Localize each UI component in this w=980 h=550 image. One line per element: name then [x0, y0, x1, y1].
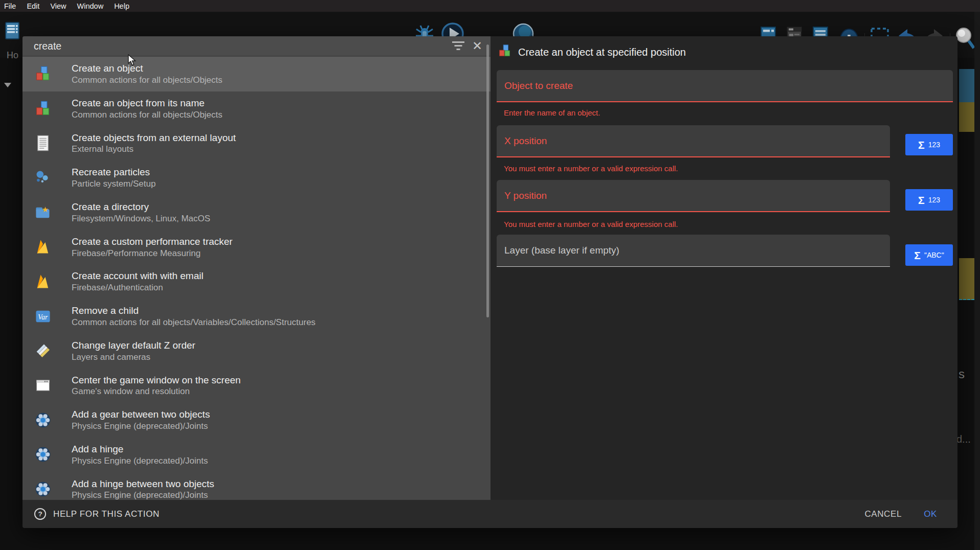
sigma-icon: Σ: [918, 140, 925, 150]
menu-item-window[interactable]: Window: [77, 2, 104, 10]
param-field-layer-base-layer-if-empty[interactable]: Layer (base layer if empty): [497, 235, 890, 267]
objects-cubes-icon: [34, 65, 52, 83]
variable-badge-icon: Var: [34, 308, 52, 325]
physics-gear-icon: [34, 480, 52, 498]
layers-icon: [34, 342, 52, 359]
expression-type-label: "ABC": [924, 251, 944, 259]
background-panel-edge: [974, 12, 980, 550]
action-list: Create an objectCommon actions for all o…: [23, 57, 491, 500]
question-circle-icon: ?: [34, 508, 47, 520]
action-list-item[interactable]: ★Create a directoryFilesystem/Windows, L…: [23, 195, 491, 230]
action-list-item[interactable]: Create a custom performance trackerFireb…: [23, 230, 491, 264]
help-label: HELP FOR THIS ACTION: [53, 509, 160, 519]
action-title: Recreate particles: [72, 166, 155, 178]
detail-header: Create an object at specified position: [498, 36, 686, 68]
detail-title: Create an object at specified position: [518, 47, 686, 58]
action-list-item[interactable]: Recreate particlesParticle system/Setup: [23, 161, 491, 195]
list-scrollbar[interactable]: [486, 44, 489, 317]
action-title: Change layer default Z order: [72, 339, 195, 352]
param-field-label: Object to create: [504, 80, 573, 91]
action-list-item[interactable]: Add a gear between two objectsPhysics En…: [23, 403, 491, 438]
firebase-flame-icon: [34, 238, 52, 256]
particles-icon: [34, 169, 52, 187]
action-subtitle: Common actions for all objects/Objects: [72, 75, 222, 85]
action-title: Create account with with email: [72, 270, 204, 282]
close-icon[interactable]: ✕: [472, 40, 482, 52]
param-field-helper-text: Enter the name of an object.: [504, 108, 600, 117]
action-title: Add a gear between two objects: [72, 408, 210, 421]
svg-text:Var: Var: [38, 313, 48, 320]
action-list-item[interactable]: VarRemove a childCommon actions for all …: [23, 299, 491, 334]
firebase-flame-icon: [34, 273, 52, 290]
param-field-object-to-create[interactable]: Object to create: [497, 70, 953, 102]
action-list-pane: create ✕ Create an objectCommon actions …: [23, 36, 491, 500]
action-subtitle: Physics Engine (deprecated)/Joints: [72, 490, 214, 500]
search-input[interactable]: create: [34, 40, 452, 52]
expression-type-label: 123: [928, 196, 940, 204]
search-bar: create ✕: [23, 36, 491, 56]
game-window-icon: [34, 377, 52, 394]
param-field-label: X position: [504, 135, 547, 147]
action-list-item[interactable]: Create an object from its nameCommon act…: [23, 91, 491, 126]
menu-bar: FileEditViewWindowHelp: [0, 0, 980, 12]
action-title: Create a custom performance tracker: [72, 236, 233, 248]
project-manager-icon[interactable]: [4, 20, 21, 43]
action-subtitle: Filesystem/Windows, Linux, MacOS: [72, 213, 210, 224]
action-list-item[interactable]: Create an objectCommon actions for all o…: [23, 57, 491, 91]
action-subtitle: Physics Engine (deprecated)/Joints: [72, 421, 210, 431]
action-title: Create an object: [72, 62, 222, 75]
chevron-down-icon[interactable]: [4, 83, 11, 87]
sigma-icon: Σ: [914, 250, 921, 261]
svg-text:★: ★: [42, 205, 49, 214]
objects-cubes-icon: [498, 44, 512, 60]
help-button[interactable]: ? HELP FOR THIS ACTION: [34, 500, 160, 528]
mouse-cursor: [128, 54, 139, 68]
objects-cubes-icon: [34, 100, 52, 118]
external-layout-document-icon: [34, 134, 52, 152]
param-field-label: Layer (base layer if empty): [504, 245, 619, 256]
ok-button[interactable]: OK: [924, 500, 937, 528]
menu-item-edit[interactable]: Edit: [27, 2, 39, 10]
action-title: Add a hinge between two objects: [72, 478, 214, 490]
action-list-item[interactable]: Change layer default Z orderLayers and c…: [23, 334, 491, 369]
background-thumbnail-olive: [959, 258, 974, 300]
action-title: Create a directory: [72, 201, 210, 213]
action-selector-dialog: create ✕ Create an objectCommon actions …: [23, 36, 957, 528]
action-subtitle: Firebase/Authentication: [72, 282, 204, 293]
action-list-item[interactable]: Center the game window on the screenGame…: [23, 368, 491, 403]
action-title: Remove a child: [72, 305, 316, 317]
physics-gear-icon: [34, 411, 52, 429]
action-subtitle: Game's window and resolution: [72, 386, 241, 397]
param-field-helper-text: You must enter a number or a valid expre…: [504, 164, 678, 173]
action-subtitle: Physics Engine (deprecated)/Joints: [72, 455, 208, 466]
action-subtitle: Firebase/Performance Measuring: [72, 248, 233, 259]
action-list-item[interactable]: Create objects from an external layoutEx…: [23, 126, 491, 161]
filter-icon[interactable]: [452, 40, 465, 52]
param-field-y-position[interactable]: Y position: [497, 180, 890, 212]
menu-item-view[interactable]: View: [50, 2, 66, 10]
cancel-button[interactable]: CANCEL: [864, 500, 902, 528]
action-title: Create an object from its name: [72, 97, 222, 109]
action-subtitle: Common actions for all objects/Objects: [72, 109, 222, 120]
expression-editor-button[interactable]: Σ123: [905, 189, 953, 211]
background-text-fragment: s: [959, 367, 965, 381]
param-field-helper-text: You must enter a number or a valid expre…: [504, 220, 678, 228]
action-list-item[interactable]: Add a hingePhysics Engine (deprecated)/J…: [23, 438, 491, 472]
action-title: Add a hinge: [72, 443, 208, 455]
action-list-item[interactable]: Add a hinge between two objectsPhysics E…: [23, 472, 491, 500]
background-text-fragment: d...: [956, 433, 971, 445]
action-title: Center the game window on the screen: [72, 374, 241, 386]
background-thumbnail-teal: [959, 69, 974, 102]
action-subtitle: Common actions for all objects/Variables…: [72, 317, 316, 328]
folder-star-icon: ★: [34, 204, 52, 221]
physics-gear-icon: [34, 446, 52, 463]
expression-editor-button[interactable]: Σ"ABC": [905, 244, 953, 266]
action-subtitle: External layouts: [72, 144, 236, 154]
param-field-x-position[interactable]: X position: [497, 125, 890, 157]
menu-item-file[interactable]: File: [4, 2, 16, 10]
expression-type-label: 123: [928, 141, 940, 149]
home-tab-truncated[interactable]: Ho: [7, 50, 18, 61]
expression-editor-button[interactable]: Σ123: [905, 134, 953, 155]
menu-item-help[interactable]: Help: [114, 2, 129, 10]
action-list-item[interactable]: Create account with with emailFirebase/A…: [23, 264, 491, 299]
